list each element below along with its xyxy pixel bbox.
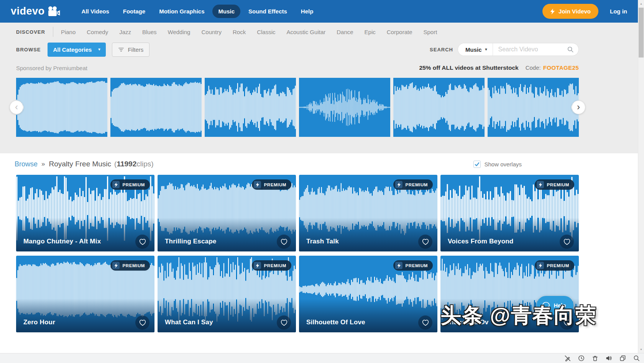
sponsored-waveform-tile[interactable]	[205, 78, 296, 137]
filters-button[interactable]: Filters	[112, 43, 150, 57]
clock-icon[interactable]	[578, 355, 585, 362]
search-input[interactable]	[493, 43, 567, 56]
nav-item-motion-graphics[interactable]: Motion Graphics	[153, 5, 210, 18]
heart-icon	[422, 238, 429, 245]
chevron-down-icon: ▾	[98, 48, 100, 51]
music-clip-card[interactable]: PREMIUM Voices From Beyond	[440, 175, 579, 251]
pen-slash-icon[interactable]	[564, 355, 571, 362]
login-link[interactable]: Log in	[610, 8, 627, 15]
speaker-icon[interactable]	[605, 355, 613, 362]
discover-category-jazz[interactable]: Jazz	[119, 29, 131, 35]
sponsored-waveform-tile[interactable]	[488, 78, 579, 137]
discover-category-dance[interactable]: Dance	[337, 29, 353, 35]
carousel-next-button[interactable]: ›	[572, 100, 585, 114]
videvo-logo[interactable]: videvo	[11, 5, 61, 17]
checkmark-icon	[474, 161, 480, 167]
title-gradient	[299, 218, 437, 251]
navbar: videvo All VideosFootageMotion GraphicsM…	[0, 0, 638, 23]
search-label: SEARCH	[430, 47, 453, 53]
show-overlays-checkbox[interactable]	[473, 161, 481, 168]
discover-category-acoustic-guitar[interactable]: Acoustic Guitar	[287, 29, 326, 35]
trash-icon[interactable]	[591, 355, 599, 362]
discover-category-corporate[interactable]: Corporate	[387, 29, 412, 35]
viewer-toolbar	[0, 353, 644, 363]
favorite-button[interactable]	[560, 235, 574, 249]
divider	[53, 27, 53, 37]
nav-item-sound-effects[interactable]: Sound Effects	[243, 5, 293, 18]
film-camera-icon	[48, 6, 61, 17]
nav-item-music[interactable]: Music	[212, 5, 240, 18]
sponsored-bar: Sponsored by Premiumbeat 25% off ALL vid…	[16, 62, 579, 73]
lightning-icon	[550, 8, 555, 15]
show-overlays-toggle[interactable]: Show overlays	[473, 161, 522, 168]
sponsored-waveform-tile[interactable]	[16, 78, 107, 137]
heart-icon	[563, 238, 571, 245]
lightning-icon	[254, 181, 261, 188]
sponsored-carousel: ‹ ›	[16, 78, 579, 137]
lightning-icon	[537, 181, 544, 188]
nav-item-footage[interactable]: Footage	[117, 5, 151, 18]
premium-badge: PREMIUM	[110, 179, 150, 190]
join-videvo-button[interactable]: Join Videvo	[542, 4, 598, 19]
discover-category-blues[interactable]: Blues	[142, 29, 157, 35]
discover-category-sport[interactable]: Sport	[423, 29, 437, 35]
sponsored-waveform-tile[interactable]	[393, 78, 485, 137]
promo-code[interactable]: FOOTAGE25	[543, 64, 579, 71]
all-categories-dropdown[interactable]: All Categories ▾	[48, 43, 106, 57]
music-clip-card[interactable]: PREMIUM Trash Talk	[299, 175, 437, 251]
premium-badge: PREMIUM	[252, 260, 291, 271]
discover-category-epic[interactable]: Epic	[365, 29, 376, 35]
code-label: Code:	[526, 64, 541, 71]
scroll-up-arrow[interactable]: ▲	[638, 1, 644, 6]
breadcrumb-separator: »	[41, 160, 45, 168]
music-clip-card[interactable]: PREMIUM Silhouette Of Love	[299, 256, 437, 332]
lightning-icon	[112, 181, 120, 188]
scrollbar[interactable]: ▲ ▼	[638, 0, 644, 353]
window-copy-icon[interactable]	[619, 355, 626, 362]
breadcrumb-browse-link[interactable]: Browse	[15, 160, 38, 168]
favorite-button[interactable]	[277, 315, 291, 330]
magnifier-icon[interactable]	[633, 355, 640, 362]
heart-icon	[139, 238, 146, 245]
music-clip-card[interactable]: PREMIUM Thrilling Escape	[158, 175, 296, 251]
nav-item-all-videos[interactable]: All Videos	[76, 5, 115, 18]
search-scope-dropdown[interactable]: Music ▾	[458, 43, 493, 56]
nav-item-help[interactable]: Help	[295, 5, 319, 18]
title-gradient	[299, 299, 437, 332]
favorite-button[interactable]	[418, 315, 432, 330]
discover-category-comedy[interactable]: Comedy	[87, 29, 108, 35]
discover-category-rock[interactable]: Rock	[233, 29, 246, 35]
lightning-icon	[537, 262, 544, 269]
clip-count: 11992	[117, 160, 136, 168]
favorite-button[interactable]	[418, 235, 432, 249]
music-clip-card[interactable]: PREMIUM What Can I Say	[158, 256, 296, 332]
breadcrumb: Browse » Royalty Free Music ( 11992 clip…	[15, 156, 579, 172]
discover-category-country[interactable]: Country	[201, 29, 222, 35]
discover-category-piano[interactable]: Piano	[61, 29, 76, 35]
nav-right: Join Videvo Log in	[542, 4, 627, 19]
carousel-tiles	[16, 78, 579, 137]
logo-text: videvo	[11, 5, 45, 17]
music-clip-card[interactable]: PREMIUM Zero Hour	[16, 256, 154, 332]
premium-badge: PREMIUM	[110, 260, 150, 271]
favorite-button[interactable]	[277, 235, 291, 249]
clip-title: Voices From Beyond	[448, 238, 513, 245]
sponsored-waveform-tile[interactable]	[110, 78, 202, 137]
title-gradient	[440, 218, 579, 251]
favorite-button[interactable]	[135, 235, 150, 249]
search-area: SEARCH Music ▾	[430, 43, 579, 56]
scrollbar-thumb[interactable]	[639, 8, 644, 57]
premium-label: PREMIUM	[405, 263, 428, 268]
lightning-icon	[254, 262, 261, 269]
sponsored-waveform-tile[interactable]	[299, 78, 390, 137]
discover-category-classic[interactable]: Classic	[257, 29, 275, 35]
carousel-prev-button[interactable]: ‹	[10, 100, 23, 114]
premium-badge: PREMIUM	[535, 260, 574, 271]
discover-category-wedding[interactable]: Wedding	[168, 29, 191, 35]
browse-label: BROWSE	[16, 47, 41, 53]
music-clip-card[interactable]: PREMIUM Mango Chutney - Alt Mix	[16, 175, 154, 251]
scroll-down-arrow[interactable]: ▼	[638, 347, 644, 352]
favorite-button[interactable]	[135, 315, 150, 330]
magnifier-icon	[567, 46, 574, 53]
search-submit-button[interactable]	[567, 46, 574, 53]
